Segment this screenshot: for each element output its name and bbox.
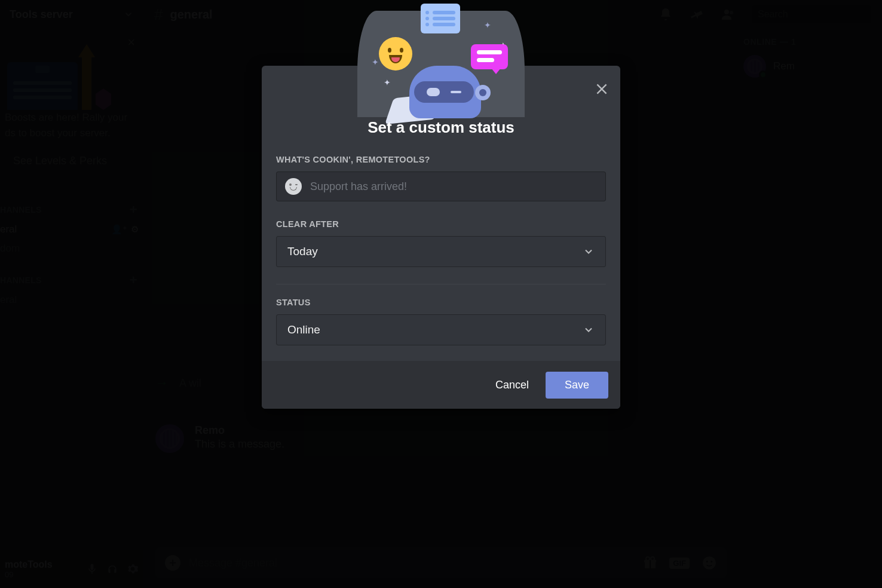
status-text-input[interactable] [310, 180, 597, 193]
chevron-down-icon [583, 246, 595, 258]
clear-after-value: Today [287, 245, 318, 258]
presence-status-select[interactable]: Online [276, 314, 606, 345]
modal-title: Set a custom status [276, 118, 606, 137]
presence-status-label: STATUS [276, 298, 606, 307]
chevron-down-icon [583, 324, 595, 336]
close-icon[interactable] [594, 81, 610, 97]
presence-status-value: Online [287, 323, 320, 336]
modal-overlay[interactable]: ✦ ✦ ✦ ✦ Set a custom status WHAT'S COOKI… [0, 0, 882, 588]
clear-after-label: CLEAR AFTER [276, 219, 606, 229]
emoji-picker-icon[interactable] [285, 178, 302, 195]
save-button[interactable]: Save [546, 372, 608, 399]
modal-footer: Cancel Save [262, 361, 620, 409]
custom-status-modal: Set a custom status WHAT'S COOKIN', REMO… [262, 66, 620, 409]
status-text-label: WHAT'S COOKIN', REMOTETOOLS? [276, 155, 606, 164]
clear-after-select[interactable]: Today [276, 236, 606, 267]
cancel-button[interactable]: Cancel [485, 373, 540, 397]
status-text-field[interactable] [276, 172, 606, 201]
